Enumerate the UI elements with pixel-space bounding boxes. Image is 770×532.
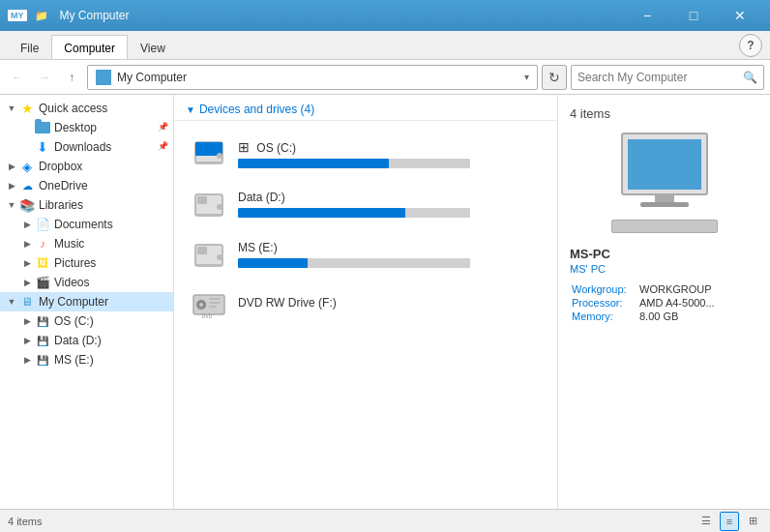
info-items-count: 4 items: [570, 106, 758, 121]
close-button[interactable]: ✕: [718, 0, 762, 31]
desktop-pin-icon: 📌: [158, 122, 169, 133]
sidebar-label-os-c: OS (C:): [54, 314, 169, 328]
sidebar-item-my-computer[interactable]: ▼ 🖥 My Computer: [0, 292, 173, 311]
quick-access-icons: 📁: [35, 10, 48, 22]
help-button[interactable]: ?: [739, 34, 762, 57]
keyboard-visual: [611, 220, 718, 233]
libraries-toggle: ▼: [4, 197, 19, 213]
drive-item-data-d[interactable]: Data (D:): [186, 179, 546, 229]
sidebar-label-data-d: Data (D:): [54, 334, 169, 347]
section-toggle-icon[interactable]: ▼: [186, 104, 195, 115]
drive-info-os-c: ⊞ OS (C:): [238, 139, 542, 168]
drive-name-dvd-f: DVD RW Drive (F:): [238, 296, 542, 310]
sidebar-item-videos[interactable]: ▶ 🎬 Videos: [15, 273, 173, 292]
tab-computer[interactable]: Computer: [51, 35, 128, 59]
svg-point-6: [217, 204, 222, 210]
drive-info-ms-e: MS (E:): [238, 241, 542, 268]
os-c-toggle: ▶: [19, 313, 35, 329]
pictures-toggle: ▶: [19, 255, 35, 271]
title-bar: MY 📁 My Computer − □ ✕: [0, 0, 770, 31]
drive-icon-os-c: [190, 134, 228, 173]
sidebar-item-ms-e[interactable]: ▶ 💾 MS (E:): [15, 350, 173, 369]
drives-list: ⊞ OS (C:): [174, 125, 557, 509]
status-bar: 4 items ☰ ≡ ⊞: [0, 509, 770, 532]
my-computer-toggle: ▼: [4, 294, 19, 310]
title-bar-left: MY 📁 My Computer: [8, 9, 625, 22]
my-computer-icon: 🖥: [19, 294, 35, 310]
search-box: 🔍: [571, 65, 764, 90]
sidebar-item-dropbox[interactable]: ▶ ◈ Dropbox: [0, 157, 173, 176]
sidebar-label-dropbox: Dropbox: [39, 160, 169, 173]
info-panel: 4 items MS-PC MS' PC Workgroup: WORKGROU…: [557, 95, 770, 509]
back-button[interactable]: ←: [6, 65, 29, 90]
documents-toggle: ▶: [19, 217, 35, 232]
sidebar-item-pictures[interactable]: ▶ 🖼 Pictures: [15, 253, 173, 273]
sidebar-item-quick-access[interactable]: ▼ ★ Quick access: [0, 99, 173, 118]
drive-item-os-c[interactable]: ⊞ OS (C:): [186, 129, 546, 179]
hdd2-svg: [192, 187, 226, 222]
sidebar-label-my-computer: My Computer: [39, 295, 169, 309]
drive-item-dvd-f[interactable]: DVD DVD RW Drive (F:): [186, 280, 546, 330]
quick-access-icon: ★: [19, 101, 35, 116]
hdd-svg: [192, 136, 226, 171]
address-path-box[interactable]: My Computer ▾: [87, 65, 538, 90]
view-icons-button[interactable]: ⊞: [743, 512, 762, 531]
sidebar-label-onedrive: OneDrive: [39, 179, 169, 192]
sidebar-item-os-c[interactable]: ▶ 💾 OS (C:): [15, 311, 173, 331]
sidebar-item-onedrive[interactable]: ▶ ☁ OneDrive: [0, 176, 173, 195]
os-c-icon: 💾: [35, 313, 50, 329]
drive-name-os-c: ⊞ OS (C:): [238, 139, 542, 155]
data-d-icon: 💾: [35, 333, 50, 348]
sidebar: ▼ ★ Quick access ▶ Desktop 📌 ▶ ⬇ Downloa…: [0, 95, 174, 509]
sidebar-label-videos: Videos: [54, 276, 169, 289]
up-button[interactable]: ↑: [60, 65, 83, 90]
drive-fill-os-c: [238, 159, 389, 168]
drive-info-data-d: Data (D:): [238, 191, 542, 218]
section-header: ▼ Devices and drives (4): [174, 95, 557, 121]
search-icon[interactable]: 🔍: [743, 71, 757, 84]
address-bar: ← → ↑ My Computer ▾ ↻ 🔍: [0, 60, 770, 95]
maximize-button[interactable]: □: [671, 0, 716, 31]
downloads-icon: ⬇: [35, 139, 50, 155]
sidebar-item-downloads[interactable]: ▶ ⬇ Downloads 📌: [15, 137, 173, 157]
dropbox-icon: ◈: [19, 159, 35, 174]
drive-name-data-d: Data (D:): [238, 191, 542, 204]
sidebar-item-desktop[interactable]: ▶ Desktop 📌: [15, 118, 173, 137]
drive-bar-data-d: [238, 208, 470, 218]
data-d-toggle: ▶: [19, 333, 35, 348]
sidebar-label-libraries: Libraries: [39, 198, 169, 212]
sidebar-label-quick-access: Quick access: [39, 102, 169, 115]
svg-rect-5: [197, 196, 207, 204]
minimize-button[interactable]: −: [625, 0, 669, 31]
sidebar-item-music[interactable]: ▶ ♪ Music: [15, 234, 173, 253]
sidebar-item-libraries[interactable]: ▼ 📚 Libraries: [0, 195, 173, 215]
documents-icon: 📄: [35, 217, 50, 232]
forward-button[interactable]: →: [33, 65, 56, 90]
drive-fill-data-d: [238, 208, 405, 218]
svg-point-10: [217, 254, 222, 260]
sidebar-item-documents[interactable]: ▶ 📄 Documents: [15, 215, 173, 234]
refresh-button[interactable]: ↻: [542, 65, 567, 90]
path-dropdown-arrow[interactable]: ▾: [524, 72, 529, 82]
svg-point-14: [199, 303, 203, 307]
music-icon: ♪: [35, 236, 50, 251]
sidebar-item-data-d[interactable]: ▶ 💾 Data (D:): [15, 331, 173, 350]
view-list-button[interactable]: ☰: [696, 512, 716, 531]
drive-item-ms-e[interactable]: MS (E:): [186, 229, 546, 280]
search-input[interactable]: [578, 71, 739, 84]
onedrive-icon: ☁: [19, 178, 35, 193]
content-area: ▼ Devices and drives (4) ⊞ OS (C:: [174, 95, 557, 509]
svg-rect-3: [195, 162, 222, 163]
svg-rect-7: [195, 214, 222, 216]
ms-e-toggle: ▶: [19, 352, 35, 368]
drive-bar-os-c: [238, 159, 470, 168]
path-text: My Computer: [117, 71, 524, 84]
drive-icon-data-d: [190, 185, 228, 223]
tab-file[interactable]: File: [8, 35, 51, 59]
view-details-button[interactable]: ≡: [720, 512, 739, 531]
sidebar-label-music: Music: [54, 237, 169, 251]
tab-view[interactable]: View: [128, 35, 178, 59]
ms-e-icon: 💾: [35, 352, 50, 368]
sidebar-label-documents: Documents: [54, 218, 169, 231]
videos-toggle: ▶: [19, 275, 35, 290]
